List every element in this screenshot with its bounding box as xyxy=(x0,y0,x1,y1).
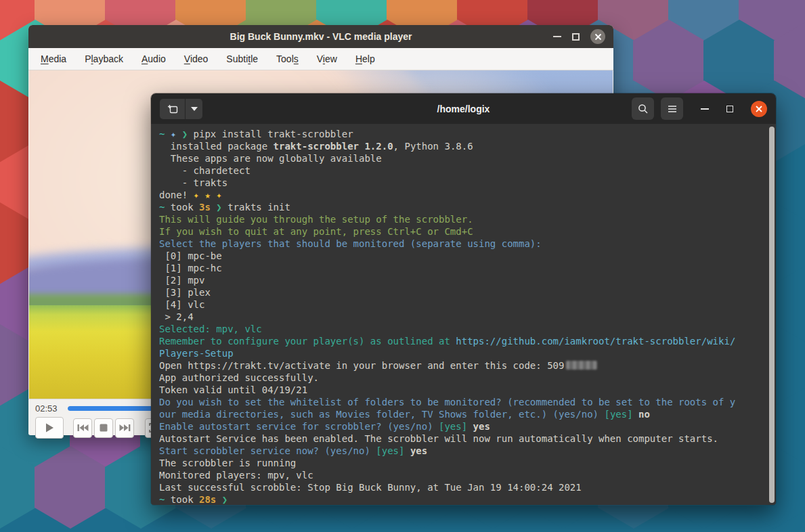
terminal-line: App authorized successfully. xyxy=(159,372,776,384)
maximize-icon xyxy=(572,33,580,41)
terminal-line: If you wish to quit at any point, press … xyxy=(159,225,776,238)
terminal-close-button[interactable] xyxy=(751,101,767,117)
terminal-line: Last successful scrobble: Stop Big Buck … xyxy=(159,481,776,493)
terminal-line: Token valid until 04/19/21 xyxy=(159,384,776,396)
menu-item-help[interactable]: Help xyxy=(355,53,375,64)
terminal-text: If you wish to quit at any point, press … xyxy=(159,226,473,237)
minimize-icon xyxy=(553,36,561,37)
stop-icon xyxy=(100,424,108,432)
hamburger-menu-icon xyxy=(668,105,677,113)
terminal-text: [yes] xyxy=(604,409,632,420)
chevron-down-icon xyxy=(191,107,198,111)
terminal-text: pipx install trakt-scrobbler xyxy=(194,129,353,139)
search-button[interactable] xyxy=(632,97,654,120)
terminal-line: Open https://trakt.tv/activate in your b… xyxy=(159,359,776,372)
terminal-text: [4] vlc xyxy=(159,299,204,310)
terminal-text: Autostart Service has been enabled. The … xyxy=(159,433,718,444)
vlc-maximize-button[interactable] xyxy=(572,33,580,41)
menu-item-tools[interactable]: Tools xyxy=(276,53,299,64)
terminal-minimize-button[interactable] xyxy=(701,108,709,110)
menu-item-media[interactable]: Media xyxy=(41,53,66,64)
vlc-next-button[interactable] xyxy=(115,418,134,438)
vlc-minimize-button[interactable] xyxy=(553,36,561,37)
vlc-time-elapsed: 02:53 xyxy=(35,403,60,414)
terminal-scrollbar[interactable] xyxy=(769,127,775,503)
menu-item-subtitle[interactable]: Subtitle xyxy=(226,53,258,64)
terminal-text: Last successful scrobble: Stop Big Buck … xyxy=(159,482,582,493)
terminal-text: Remember to configure your player(s) as … xyxy=(159,336,456,347)
terminal-line: This will guide you through the setup of… xyxy=(159,213,776,225)
menu-item-view[interactable]: View xyxy=(317,53,337,64)
redacted-code xyxy=(566,361,597,370)
terminal-line: Selected: mpv, vlc xyxy=(159,323,776,335)
terminal-line: installed package trakt-scrobbler 1.2.0,… xyxy=(159,140,776,152)
vlc-previous-button[interactable] xyxy=(73,418,92,438)
terminal-text: ~ xyxy=(159,494,171,505)
close-icon xyxy=(594,33,602,41)
terminal-line: - chardetect xyxy=(159,164,776,177)
terminal-line: Autostart Service has been enabled. The … xyxy=(159,433,776,445)
terminal-text: > 2,4 xyxy=(159,311,194,322)
terminal-text: ~ xyxy=(159,129,171,139)
vlc-window-title: Big Buck Bunny.mkv - VLC media player xyxy=(28,31,613,42)
menu-item-video[interactable]: Video xyxy=(184,53,209,64)
terminal-text: no xyxy=(633,409,650,420)
menu-item-playback[interactable]: Playback xyxy=(85,53,123,64)
terminal-text: Monitored players: mpv, vlc xyxy=(159,470,313,481)
terminal-text: ❯ xyxy=(216,494,227,505)
menu-item-audio[interactable]: Audio xyxy=(142,53,166,64)
vlc-stop-button[interactable] xyxy=(94,418,113,438)
terminal-line: Enable autostart service for scrobbler? … xyxy=(159,420,776,433)
terminal-link[interactable]: https://github.com/iamkroot/trakt-scrobb… xyxy=(456,336,735,347)
terminal-maximize-button[interactable] xyxy=(726,106,733,112)
terminal-text: Enable autostart service for scrobbler? … xyxy=(159,421,439,432)
terminal-text: our media directories, such as Movies fo… xyxy=(159,409,604,420)
terminal-line: Start scrobbler service now? (yes/no) [y… xyxy=(159,445,776,457)
menu-button[interactable] xyxy=(661,97,683,120)
terminal-header[interactable]: /home/logix xyxy=(151,93,776,124)
terminal-line: > 2,4 xyxy=(159,311,776,323)
tab-list-dropdown-button[interactable] xyxy=(186,99,202,119)
terminal-text: took xyxy=(171,494,199,505)
terminal-line: ~ took 3s ❯ trakts init xyxy=(159,201,776,213)
terminal-text: 28s xyxy=(199,494,216,505)
terminal-line: Monitored players: mpv, vlc xyxy=(159,469,776,481)
terminal-body[interactable]: ~ ✦ ❯ pipx install trakt-scrobbler insta… xyxy=(151,124,776,505)
vlc-close-button[interactable] xyxy=(590,29,605,44)
terminal-line: Players-Setup xyxy=(159,347,776,359)
terminal-text: The scrobbler is running xyxy=(159,458,296,468)
terminal-text: Do you wish to set the whitelist of fold… xyxy=(159,397,735,407)
terminal-text: These apps are now globally available xyxy=(159,153,382,164)
terminal-text: [yes] xyxy=(376,445,404,456)
terminal-text: Start scrobbler service now? (yes/no) xyxy=(159,445,376,456)
terminal-line: our media directories, such as Movies fo… xyxy=(159,408,776,420)
next-icon xyxy=(119,424,131,432)
terminal-text: [3] plex xyxy=(159,287,211,298)
terminal-link[interactable]: Players-Setup xyxy=(159,348,234,359)
terminal-line: These apps are now globally available xyxy=(159,152,776,164)
terminal-text: trakts init xyxy=(227,202,290,213)
terminal-text: - chardetect xyxy=(159,165,251,176)
terminal-text: Selected: mpv, vlc xyxy=(159,324,262,334)
previous-icon xyxy=(77,424,89,432)
terminal-text: yes xyxy=(404,445,427,456)
terminal-text: Open https://trakt.tv/activate in your b… xyxy=(159,360,564,371)
play-icon xyxy=(44,422,55,433)
terminal-text: ✦ xyxy=(171,129,182,139)
vlc-play-button[interactable] xyxy=(35,417,64,439)
close-icon xyxy=(755,105,763,113)
terminal-line: Remember to configure your player(s) as … xyxy=(159,335,776,347)
terminal-line: [1] mpc-hc xyxy=(159,262,776,274)
terminal-text: App authorized successfully. xyxy=(159,372,319,383)
new-tab-button[interactable] xyxy=(160,99,185,119)
terminal-text: ~ xyxy=(159,202,171,213)
terminal-window: /home/logix xyxy=(150,93,777,506)
terminal-content: ~ ✦ ❯ pipx install trakt-scrobbler insta… xyxy=(159,128,776,505)
terminal-line: [2] mpv xyxy=(159,274,776,286)
new-tab-icon xyxy=(167,104,178,114)
vlc-titlebar[interactable]: Big Buck Bunny.mkv - VLC media player xyxy=(28,25,613,48)
terminal-text: Token valid until 04/19/21 xyxy=(159,384,307,395)
terminal-text: , Python 3.8.6 xyxy=(393,141,473,152)
minimize-icon xyxy=(701,108,709,110)
terminal-line: - trakts xyxy=(159,177,776,189)
